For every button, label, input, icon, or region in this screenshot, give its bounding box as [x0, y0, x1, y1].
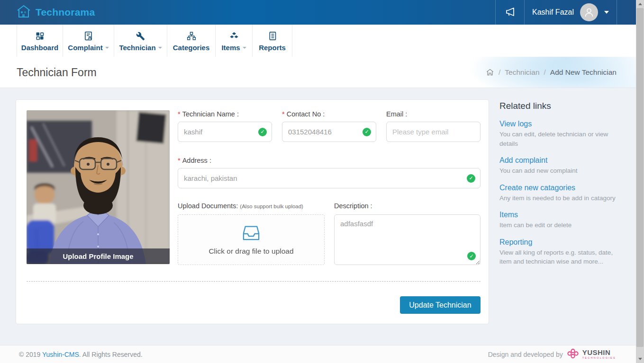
upload-profile-image-button[interactable]: Upload Profile Image [27, 248, 170, 264]
upload-documents-label: Upload Documents:(Also support bulk uplo… [178, 202, 303, 210]
technician-form-card: Upload Profile Image *Technician Name : … [16, 99, 489, 324]
email-input[interactable] [386, 122, 481, 142]
brand-house-icon [16, 4, 31, 20]
nav-item-label: Dashboard [21, 44, 58, 52]
complaint-icon [84, 31, 93, 41]
address-label: *Address : [178, 157, 481, 164]
valid-check-icon: ✓ [467, 174, 475, 183]
nav-item-items[interactable]: Items [216, 25, 253, 57]
related-link-description: Any item is needed to be add in catagory [499, 194, 619, 203]
breadcrumb-technician[interactable]: Technician [505, 68, 539, 77]
file-dropzone[interactable]: Click or drag file to upload [178, 214, 325, 265]
technician-name-label: *Technician Name : [178, 110, 272, 118]
app-window: Technorama Kashif Fazal [0, 0, 644, 363]
top-bar: Technorama Kashif Fazal [0, 0, 636, 25]
nav-item-label: Reports [259, 44, 286, 52]
nav-item-label: Items [221, 44, 240, 52]
chevron-down-icon [243, 47, 246, 49]
related-link-item: Reporting View all king of reports e.g. … [499, 238, 619, 266]
required-asterisk: * [178, 157, 181, 164]
topbar-end-spacer [617, 0, 636, 25]
nav-item-technician[interactable]: Technician [114, 25, 167, 57]
page-title: Technician Form [17, 66, 97, 79]
inbox-upload-icon [241, 224, 261, 243]
announcement-button[interactable] [496, 0, 524, 25]
breadcrumb-separator: / [499, 68, 500, 77]
user-name: Kashif Fazal [532, 8, 574, 17]
page-header: Technician Form / Technician / Add New T… [0, 57, 636, 88]
chevron-down-icon [604, 11, 609, 14]
nav-item-dashboard[interactable]: Dashboard [17, 25, 63, 57]
upload-hint: (Also support bulk upload) [240, 204, 303, 209]
main-nav: Dashboard Complaint Technician [0, 25, 636, 57]
reporting-link[interactable]: Reporting [499, 238, 619, 247]
form-divider [27, 281, 481, 282]
valid-check-icon: ✓ [363, 128, 371, 136]
breadcrumb: / Technician / Add New Technician [486, 68, 617, 77]
credit: Design and developed by YUSHIN TECHNOLOG… [488, 348, 616, 361]
related-link-item: Items Item can be edit or delete [499, 211, 619, 230]
view-logs-link[interactable]: View logs [499, 120, 619, 128]
dropzone-text: Click or drag file to upload [209, 247, 293, 256]
contact-no-label: *Contact No : [282, 110, 376, 118]
dashboard-icon [35, 31, 45, 41]
copyright-text: © 2019 Yushin-CMS. All Rights Reserved. [19, 351, 143, 358]
scrollbar-thumb[interactable] [636, 8, 644, 347]
related-link-description: Item can be edit or delete [499, 221, 619, 230]
related-links-title: Related links [499, 101, 619, 111]
brand-name: Technorama [36, 7, 95, 18]
arrow-up-icon [638, 3, 642, 5]
update-technician-button[interactable]: Update Technician [400, 296, 481, 314]
required-asterisk: * [282, 110, 285, 118]
megaphone-icon [504, 7, 516, 18]
valid-check-icon: ✓ [467, 252, 476, 260]
required-asterisk: * [178, 110, 181, 118]
footer: © 2019 Yushin-CMS. All Rights Reserved. … [0, 345, 636, 363]
create-categories-link[interactable]: Create new catagories [499, 184, 619, 192]
nav-item-reports[interactable]: Reports [253, 25, 292, 57]
nav-item-complaint[interactable]: Complaint [63, 25, 114, 57]
credit-brand: YUSHIN TECHNOLOGIES [582, 349, 616, 360]
breadcrumb-current: Add New Technician [550, 68, 617, 77]
related-link-description: You can add new complaint [499, 166, 619, 176]
related-link-item: Create new catagories Any item is needed… [499, 184, 619, 203]
related-link-description: View all king of reports e.g. status, da… [499, 248, 619, 266]
nav-item-label: Categories [173, 44, 210, 52]
related-links-panel: Related links View logs You can edit, de… [499, 101, 619, 274]
items-link[interactable]: Items [499, 211, 619, 219]
credit-text: Design and developed by [488, 351, 563, 358]
yushin-cms-link[interactable]: Yushin-CMS [42, 351, 79, 358]
breadcrumb-separator: / [544, 68, 546, 77]
chevron-down-icon [158, 47, 162, 49]
user-menu[interactable]: Kashif Fazal [525, 0, 617, 25]
yushin-logo-icon [567, 348, 579, 361]
description-label: Description : [334, 202, 372, 210]
description-textarea[interactable]: adfasfasdf [334, 214, 481, 265]
report-icon [268, 31, 277, 41]
related-link-item: View logs You can edit, delete technicia… [499, 120, 619, 148]
scroll-down-button[interactable] [636, 355, 644, 363]
scrollbar[interactable] [636, 0, 644, 363]
wrench-icon [136, 31, 145, 41]
topbar-right: Kashif Fazal [495, 0, 636, 25]
sitemap-icon [187, 31, 196, 41]
email-label: Email : [386, 110, 481, 118]
home-icon[interactable] [486, 68, 494, 76]
nav-item-label: Complaint [68, 44, 102, 52]
valid-check-icon: ✓ [258, 128, 267, 136]
brand[interactable]: Technorama [16, 4, 95, 20]
arrow-down-icon [638, 358, 642, 360]
related-link-description: You can edit, delete technician or view … [499, 130, 619, 148]
nav-item-categories[interactable]: Categories [167, 25, 216, 57]
profile-photo[interactable]: Upload Profile Image [27, 110, 170, 264]
nav-item-label: Technician [119, 44, 155, 52]
scroll-up-button[interactable] [636, 0, 644, 8]
add-complaint-link[interactable]: Add complaint [499, 156, 619, 165]
address-input[interactable] [178, 168, 481, 188]
chevron-down-icon [105, 47, 109, 49]
related-link-item: Add complaint You can add new complaint [499, 156, 619, 176]
avatar [580, 3, 598, 21]
cubes-icon [229, 31, 239, 41]
